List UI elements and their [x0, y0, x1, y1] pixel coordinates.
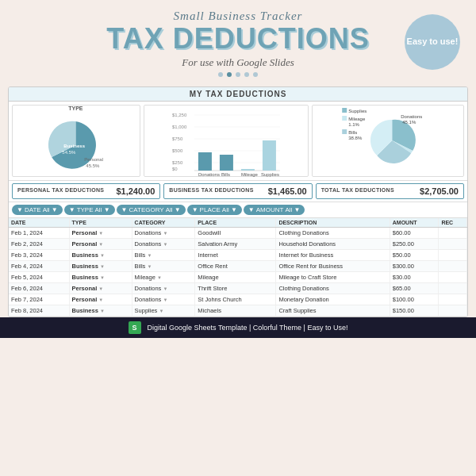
dot-1[interactable]	[218, 72, 223, 77]
svg-rect-20	[263, 140, 276, 171]
cell-type: Business ▼	[69, 305, 132, 316]
data-table: DATE TYPE CATEGORY PLACE DESCRIPTION AMO…	[9, 218, 467, 317]
cell-amount: $60.00	[390, 227, 439, 238]
business-tax-box: BUSINESS TAX DEDUCTIONS $1,465.00	[163, 183, 312, 199]
category-filter[interactable]: ▼ CATEGORY All ▼	[117, 205, 186, 215]
cell-place: St Johns Church	[195, 294, 276, 305]
svg-rect-30	[342, 129, 347, 134]
cell-place: Office Rent	[195, 260, 276, 271]
col-amount: AMOUNT	[390, 218, 439, 228]
place-filter-all: All ▼	[222, 206, 237, 213]
amount-filter-label: AMOUNT	[256, 206, 284, 213]
svg-text:Bills: Bills	[221, 172, 230, 177]
svg-text:Donations: Donations	[401, 114, 422, 119]
cell-type: Business ▼	[69, 271, 132, 282]
date-filter[interactable]: ▼ DATE All ▼	[12, 205, 63, 215]
table-row: Feb 4, 2024 Business ▼ Bills ▼ Office Re…	[9, 260, 467, 271]
cell-rec	[439, 294, 467, 305]
cell-rec	[439, 249, 467, 260]
dot-4[interactable]	[244, 72, 249, 77]
cell-type: Personal ▼	[69, 294, 132, 305]
place-filter-label: PLACE	[200, 206, 221, 213]
filter-icon-2: ▼	[69, 206, 75, 213]
table-row: Feb 6, 2024 Personal ▼ Donations ▼ Thrif…	[9, 282, 467, 294]
svg-rect-18	[220, 155, 233, 171]
svg-text:$1,000: $1,000	[172, 125, 187, 129]
cell-amount: $50.00	[390, 249, 439, 260]
date-filter-all: All ▼	[43, 206, 58, 213]
total-tax-box: TOTAL TAX DEDUCTIONS $2,705.00	[316, 183, 464, 199]
filter-icon-4: ▼	[192, 206, 198, 213]
cell-category: Bills ▼	[132, 260, 195, 271]
svg-rect-17	[198, 152, 212, 171]
personal-tax-box: PERSONAL TAX DEDUCTIONS $1,240.00	[12, 183, 160, 199]
type-filter-all: All ▼	[95, 206, 110, 213]
cell-date: Feb 8, 2024	[9, 305, 69, 316]
header: Small Business Tracker Tax Deductions Fo…	[0, 0, 476, 86]
summary-row: PERSONAL TAX DEDUCTIONS $1,240.00 BUSINE…	[9, 181, 467, 202]
svg-text:$250: $250	[172, 160, 183, 165]
svg-text:$750: $750	[172, 136, 183, 141]
total-tax-label: TOTAL TAX DEDUCTIONS	[321, 187, 394, 194]
place-filter[interactable]: ▼ PLACE All ▼	[187, 205, 242, 215]
data-table-container: DATE TYPE CATEGORY PLACE DESCRIPTION AMO…	[9, 218, 467, 317]
bar-chart: $1,250 $1,000 $750 $500 $250 $0	[144, 105, 309, 177]
svg-text:Supplies: Supplies	[348, 109, 367, 113]
cell-amount: $100.00	[390, 294, 439, 305]
google-sheets-icon: S	[129, 321, 141, 334]
table-row: Feb 2, 2024 Personal ▼ Donations ▼ Salva…	[9, 238, 467, 249]
svg-text:$0: $0	[172, 167, 178, 171]
cell-category: Donations ▼	[132, 238, 195, 249]
cell-category: Supplies ▼	[132, 305, 195, 316]
col-category: CATEGORY	[132, 218, 195, 228]
cell-category: Mileage ▼	[132, 271, 195, 282]
personal-tax-value: $1,240.00	[116, 186, 155, 196]
category-filter-label: CATEGORY	[129, 206, 163, 213]
cell-type: Personal ▼	[69, 282, 132, 294]
bottom-bar: S Digital Google Sheets Template | Color…	[0, 317, 476, 338]
svg-text:Mileage: Mileage	[348, 117, 366, 121]
dot-5[interactable]	[253, 72, 258, 77]
cell-amount: $65.00	[390, 282, 439, 294]
subtitle: Small Business Tracker	[8, 10, 468, 23]
dot-3[interactable]	[236, 72, 240, 77]
table-row: Feb 3, 2024 Business ▼ Bills ▼ Internet …	[9, 249, 467, 260]
cell-type: Business ▼	[69, 249, 132, 260]
amount-filter[interactable]: ▼ AMOUNT All ▼	[244, 205, 305, 215]
cell-description: Clothing Donations	[276, 282, 390, 294]
col-rec: REC	[439, 218, 467, 228]
business-tax-label: BUSINESS TAX DEDUCTIONS	[169, 187, 253, 194]
type-filter[interactable]: ▼ TYPE All ▼	[64, 205, 115, 215]
cell-description: Office Rent for Business	[276, 260, 390, 271]
dot-2[interactable]	[227, 72, 232, 77]
col-description: DESCRIPTION	[276, 218, 390, 228]
cell-description: Clothing Donations	[276, 227, 390, 238]
business-tax-value: $1,465.00	[268, 186, 307, 196]
svg-text:54.5%: 54.5%	[62, 150, 76, 155]
cell-type: Personal ▼	[69, 238, 132, 249]
svg-text:45.1%: 45.1%	[402, 120, 416, 125]
cell-rec	[439, 271, 467, 282]
svg-text:TYPE: TYPE	[68, 106, 83, 111]
svg-text:$1,250: $1,250	[172, 113, 187, 117]
cell-date: Feb 3, 2024	[9, 249, 69, 260]
cell-place: Internet	[195, 249, 276, 260]
cell-date: Feb 1, 2024	[9, 227, 69, 238]
cell-place: Goodwill	[195, 227, 276, 238]
svg-rect-27	[342, 116, 347, 121]
cell-description: Household Donations	[276, 238, 390, 249]
svg-text:Personal: Personal	[84, 157, 103, 162]
filter-icon-5: ▼	[248, 206, 255, 213]
cell-description: Mileage to Craft Store	[276, 271, 390, 282]
amount-filter-all: All ▼	[285, 206, 300, 213]
svg-text:Donations: Donations	[198, 172, 220, 177]
table-header-row: DATE TYPE CATEGORY PLACE DESCRIPTION AMO…	[9, 218, 467, 228]
dot-navigation	[8, 69, 468, 80]
cell-category: Bills ▼	[132, 249, 195, 260]
svg-rect-25	[342, 108, 347, 113]
cell-rec	[439, 260, 467, 271]
svg-text:$500: $500	[172, 148, 183, 153]
table-row: Feb 7, 2024 Personal ▼ Donations ▼ St Jo…	[9, 294, 467, 305]
cell-date: Feb 4, 2024	[9, 260, 69, 271]
cell-date: Feb 6, 2024	[9, 282, 69, 294]
